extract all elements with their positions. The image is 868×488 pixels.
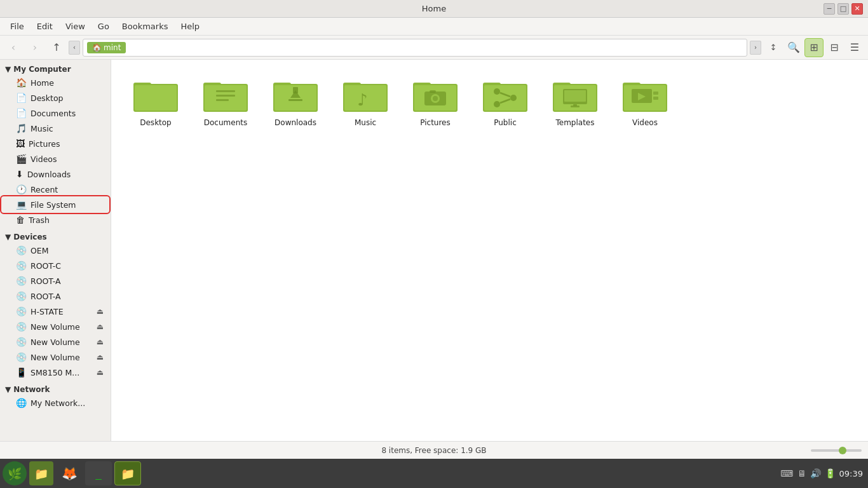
sidebar-section-devices[interactable]: ▼ Devices bbox=[0, 230, 111, 243]
eject-icon[interactable]: ⏏ bbox=[97, 307, 104, 316]
folder-icon-svg bbox=[133, 78, 178, 114]
svg-rect-38 bbox=[564, 90, 586, 102]
toggle-path-button[interactable]: ↕ bbox=[764, 38, 783, 57]
sidebar-item-network[interactable]: 🌐 My Network... bbox=[2, 395, 109, 410]
sidebar-item-label: Home bbox=[31, 78, 54, 88]
eject-icon[interactable]: ⏏ bbox=[97, 353, 104, 362]
toolbar-right-buttons: ↕ 🔍 ⊞ ⊟ ☰ bbox=[764, 38, 864, 57]
location-crumb-mint[interactable]: 🏠 mint bbox=[87, 42, 126, 53]
folder-videos[interactable]: Videos bbox=[613, 72, 677, 132]
back-button[interactable]: ‹ bbox=[4, 38, 23, 57]
eject-icon[interactable]: ⏏ bbox=[97, 322, 104, 331]
folder-desktop[interactable]: Desktop bbox=[124, 72, 187, 132]
zoom-control[interactable] bbox=[811, 449, 862, 452]
desktop-icon: 📄 bbox=[16, 93, 27, 103]
menu-edit[interactable]: Edit bbox=[32, 20, 58, 33]
sidebar-item-trash[interactable]: 🗑 Trash bbox=[2, 212, 109, 227]
sidebar-section-network[interactable]: ▼ Network bbox=[0, 383, 111, 395]
folder-public[interactable]: Public bbox=[473, 72, 537, 132]
sidebar-item-root-a1[interactable]: 💿 ROOT-A bbox=[2, 273, 109, 288]
sidebar-item-new-volume1[interactable]: 💿 New Volume ⏏ bbox=[2, 319, 109, 334]
folder-icon-svg bbox=[203, 78, 248, 114]
taskbar-file-manager2[interactable]: 📁 bbox=[114, 461, 141, 485]
eject-icon[interactable]: ⏏ bbox=[97, 368, 104, 377]
close-button[interactable]: ✕ bbox=[851, 3, 863, 15]
sidebar-item-new-volume2[interactable]: 💿 New Volume ⏏ bbox=[2, 334, 109, 349]
sidebar-item-label: Trash bbox=[29, 215, 50, 225]
search-button[interactable]: 🔍 bbox=[784, 38, 803, 57]
folder-icon-svg bbox=[273, 78, 318, 114]
battery-icon[interactable]: 🔋 bbox=[825, 468, 836, 478]
menu-go[interactable]: Go bbox=[93, 20, 114, 33]
eject-icon[interactable]: ⏏ bbox=[97, 337, 104, 346]
sidebar-item-root-a2[interactable]: 💿 ROOT-A bbox=[2, 288, 109, 304]
sidebar-item-home[interactable]: 🏠 Home bbox=[2, 75, 109, 90]
titlebar: Home ─ □ ✕ bbox=[0, 0, 868, 18]
menubar: File Edit View Go Bookmarks Help bbox=[0, 18, 868, 36]
folder-icon: 📁 bbox=[34, 467, 48, 480]
folder-templates[interactable]: Templates bbox=[543, 72, 607, 132]
minimize-button[interactable]: ─ bbox=[824, 3, 835, 15]
sidebar-item-downloads[interactable]: ⬇ Downloads bbox=[2, 166, 109, 182]
drive-icon: 💿 bbox=[16, 245, 27, 255]
drive-icon: 💿 bbox=[16, 352, 27, 362]
location-bar: 🏠 mint bbox=[83, 39, 747, 57]
network-status-icon[interactable]: 🖥 bbox=[797, 468, 806, 478]
sidebar-item-videos[interactable]: 🎬 Videos bbox=[2, 151, 109, 166]
view-compact-button[interactable]: ⊟ bbox=[825, 38, 844, 57]
menu-view[interactable]: View bbox=[60, 20, 90, 33]
sidebar-item-documents[interactable]: 📄 Documents bbox=[2, 105, 109, 121]
menu-file[interactable]: File bbox=[5, 20, 29, 33]
taskbar-file-manager[interactable]: 📁 bbox=[29, 461, 53, 485]
location-nav-prev[interactable]: ‹ bbox=[69, 41, 80, 55]
videos-icon: 🎬 bbox=[16, 154, 27, 164]
status-text: 8 items, Free space: 1.9 GB bbox=[381, 446, 486, 455]
music-icon: 🎵 bbox=[16, 123, 27, 133]
restore-button[interactable]: □ bbox=[837, 3, 849, 15]
sidebar-section-my-computer[interactable]: ▼ My Computer bbox=[0, 62, 111, 75]
folder-music[interactable]: ♪ Music bbox=[334, 72, 397, 132]
folder-downloads[interactable]: Downloads bbox=[264, 72, 327, 132]
clock: 09:39 bbox=[839, 469, 863, 478]
sidebar-item-root-c[interactable]: 💿 ROOT-C bbox=[2, 258, 109, 273]
terminal-icon: _ bbox=[95, 468, 102, 480]
folder-label: Music bbox=[355, 118, 376, 127]
folder-pictures[interactable]: Pictures bbox=[403, 72, 467, 132]
folder-label: Public bbox=[494, 118, 517, 127]
sidebar-item-oem[interactable]: 💿 OEM bbox=[2, 243, 109, 258]
sidebar-item-desktop[interactable]: 📄 Desktop bbox=[2, 90, 109, 105]
sidebar-item-label: ROOT-C bbox=[31, 261, 61, 271]
view-grid-button[interactable]: ⊞ bbox=[804, 38, 824, 57]
sidebar-item-music[interactable]: 🎵 Music bbox=[2, 121, 109, 136]
mint-menu-button[interactable]: 🌿 bbox=[3, 461, 27, 485]
documents-icon: 📄 bbox=[16, 108, 27, 118]
menu-bookmarks[interactable]: Bookmarks bbox=[117, 20, 173, 33]
zoom-slider[interactable] bbox=[811, 449, 862, 452]
menu-help[interactable]: Help bbox=[175, 20, 205, 33]
drive-icon: 💿 bbox=[16, 291, 27, 301]
taskbar-firefox[interactable]: 🦊 bbox=[56, 461, 83, 485]
taskbar-terminal[interactable]: _ bbox=[85, 461, 112, 485]
sidebar-item-label: New Volume bbox=[31, 337, 80, 347]
folder-documents[interactable]: Documents bbox=[194, 72, 257, 132]
sidebar-item-filesystem[interactable]: 💻 File System bbox=[2, 197, 109, 212]
up-button[interactable]: ↑ bbox=[47, 38, 66, 57]
sidebar-item-recent[interactable]: 🕐 Recent bbox=[2, 182, 109, 197]
zoom-thumb[interactable] bbox=[839, 447, 846, 454]
sidebar-item-h-state[interactable]: 💿 H-STATE ⏏ bbox=[2, 304, 109, 319]
folder-icon-svg bbox=[483, 78, 527, 114]
sidebar-item-label: New Volume bbox=[31, 322, 80, 332]
keyboard-icon[interactable]: ⌨ bbox=[780, 468, 793, 478]
location-nav-next[interactable]: › bbox=[750, 41, 761, 55]
drive-icon: 💿 bbox=[16, 261, 27, 271]
sidebar-item-pictures[interactable]: 🖼 Pictures bbox=[2, 136, 109, 151]
window-controls: ─ □ ✕ bbox=[824, 3, 863, 15]
statusbar: 8 items, Free space: 1.9 GB bbox=[0, 441, 868, 459]
forward-button[interactable]: › bbox=[25, 38, 44, 57]
sidebar-item-sm8150[interactable]: 📱 SM8150 M... ⏏ bbox=[2, 365, 109, 380]
chevron-down-icon: ▼ bbox=[5, 385, 11, 394]
svg-rect-25 bbox=[430, 90, 436, 93]
sidebar-item-new-volume3[interactable]: 💿 New Volume ⏏ bbox=[2, 349, 109, 365]
volume-icon[interactable]: 🔊 bbox=[810, 468, 821, 478]
view-list-button[interactable]: ☰ bbox=[845, 38, 864, 57]
